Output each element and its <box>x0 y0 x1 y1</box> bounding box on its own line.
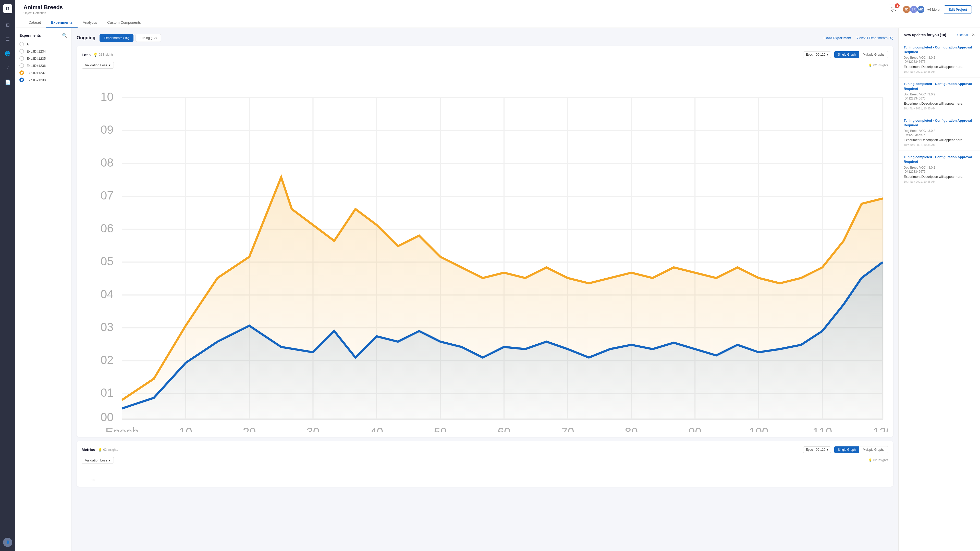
experiment-radio-1238[interactable] <box>19 78 24 82</box>
svg-text:60: 60 <box>497 426 511 432</box>
add-experiment-button[interactable]: + Add Experiment <box>823 36 851 40</box>
svg-text:30: 30 <box>307 426 320 432</box>
metrics-chart-title: Metrics <box>82 448 95 452</box>
metrics-multiple-graphs-btn[interactable]: Multiple Graphs <box>859 446 888 453</box>
more-avatars-label: +6 More <box>928 8 940 11</box>
notification-item-2: Tuning completed - Configuration Approva… <box>899 78 980 114</box>
multiple-graphs-btn[interactable]: Multiple Graphs <box>859 51 888 58</box>
nav-tabs: Dataset Experiments Analytics Custom Com… <box>24 18 972 27</box>
main-content: Animal Breeds Object Detection 💬 2 JD SR… <box>15 0 980 551</box>
notification-item-1: Tuning completed - Configuration Approva… <box>899 41 980 78</box>
experiments-sidebar-title: Experiments <box>19 33 41 38</box>
avatar-1: JD <box>902 5 911 14</box>
tab-custom-components[interactable]: Custom Components <box>102 18 146 27</box>
notif-id-2: ID#1223345675 <box>904 97 975 100</box>
svg-text:00: 00 <box>100 411 114 424</box>
avatar-3: MK <box>917 5 925 14</box>
notif-id-3: ID#1223345675 <box>904 133 975 137</box>
tuning-tab-btn[interactable]: Tuning (12) <box>135 34 161 42</box>
bulb-icon: 💡 <box>93 52 97 57</box>
metrics-sub-insights-badge[interactable]: 💡 02 Insights <box>868 458 888 462</box>
svg-text:03: 03 <box>100 321 114 333</box>
notification-item-4: Tuning completed - Configuration Approva… <box>899 151 980 187</box>
notifications-actions: Clear all ✕ <box>957 32 975 37</box>
notif-desc-4: Experiment Description will appear here. <box>904 175 975 179</box>
experiment-radio-1234[interactable] <box>19 49 24 54</box>
project-title: Animal Breeds <box>24 4 63 11</box>
edit-project-button[interactable]: Edit Project <box>944 5 972 14</box>
experiments-list: All Exp.ID#1234 Exp.ID#1235 Exp.ID# <box>19 42 67 82</box>
notif-title-3: Tuning completed - Configuration Approva… <box>904 118 975 127</box>
metrics-chart-panel: Metrics 💡 02 Insights Epoch 00-120 <box>76 441 893 487</box>
globe-icon[interactable]: 🌐 <box>3 49 12 58</box>
loss-epoch-selector[interactable]: Epoch 00-120 ▾ <box>803 51 831 58</box>
svg-text:04: 04 <box>100 288 114 301</box>
experiment-radio-1235[interactable] <box>19 56 24 61</box>
metrics-validation-dropdown[interactable]: Validation Loss ▾ <box>82 457 114 464</box>
experiment-label-1238: Exp.ID#1238 <box>27 78 46 82</box>
svg-text:07: 07 <box>100 189 114 202</box>
center-split: Experiments 🔍 All Exp.ID#1234 <box>15 28 898 551</box>
ongoing-section-header: Ongoing Experiments (10) Tuning (12) + A… <box>76 34 893 42</box>
experiment-label-1235: Exp.ID#1235 <box>27 57 46 60</box>
charts-area: Ongoing Experiments (10) Tuning (12) + A… <box>72 28 898 551</box>
tab-dataset[interactable]: Dataset <box>24 18 46 27</box>
experiments-tab-btn[interactable]: Experiments (10) <box>100 34 134 42</box>
tab-analytics[interactable]: Analytics <box>78 18 102 27</box>
sub-insights-badge[interactable]: 💡 02 Insights <box>868 64 888 67</box>
svg-text:120: 120 <box>873 426 888 432</box>
app-logo: G <box>3 4 12 13</box>
metrics-epoch-selector[interactable]: Epoch 00-120 ▾ <box>803 446 831 453</box>
clear-all-button[interactable]: Clear all <box>957 33 969 37</box>
notification-button[interactable]: 💬 2 <box>889 5 898 14</box>
metrics-graph-toggle: Single Graph Multiple Graphs <box>834 446 888 453</box>
list-icon[interactable]: ☰ <box>3 35 12 44</box>
metrics-sub-insights-label: 02 Insights <box>873 458 888 462</box>
search-icon[interactable]: 🔍 <box>62 33 67 38</box>
loss-graph-toggle: Single Graph Multiple Graphs <box>834 51 888 58</box>
list-item[interactable]: Exp.ID#1237 <box>19 70 67 75</box>
validation-loss-dropdown[interactable]: Validation Loss ▾ <box>82 62 114 68</box>
loss-insights-badge[interactable]: 💡 02 Insights <box>93 52 114 57</box>
loss-insights-label: 02 Insights <box>99 53 114 56</box>
tab-experiments[interactable]: Experiments <box>46 18 78 27</box>
body-layout: Experiments 🔍 All Exp.ID#1234 <box>15 28 980 551</box>
loss-chart-controls: Epoch 00-120 ▾ Single Graph Multiple Gra… <box>803 51 888 58</box>
notif-id-1: ID#1223345675 <box>904 60 975 64</box>
notif-subtitle-2: Dog Breed VOC I 3.0.2 <box>904 93 975 96</box>
experiments-sidebar: Experiments 🔍 All Exp.ID#1234 <box>15 28 72 551</box>
svg-text:08: 08 <box>100 156 114 169</box>
notification-item-3: Tuning completed - Configuration Approva… <box>899 114 980 151</box>
grid-icon[interactable]: ⊞ <box>3 21 12 30</box>
user-avatar[interactable]: 👤 <box>3 538 12 547</box>
svg-text:50: 50 <box>434 426 447 432</box>
experiment-radio-1236[interactable] <box>19 63 24 68</box>
epoch-label-m: Epoch <box>806 448 815 451</box>
ongoing-actions: + Add Experiment View All Experiments(30… <box>823 36 893 40</box>
list-item[interactable]: Exp.ID#1236 <box>19 63 67 68</box>
metrics-insights-badge[interactable]: 💡 02 Insights <box>98 448 118 452</box>
file-icon[interactable]: 📄 <box>3 78 12 87</box>
svg-text:40: 40 <box>370 426 383 432</box>
metrics-chart-controls: Epoch 00-120 ▾ Single Graph Multiple Gra… <box>803 446 888 453</box>
notif-subtitle-4: Dog Breed VOC I 3.0.2 <box>904 166 975 169</box>
svg-text:09: 09 <box>100 123 114 136</box>
metrics-single-graph-btn[interactable]: Single Graph <box>834 446 859 453</box>
svg-text:Epoch: Epoch <box>105 426 138 432</box>
notif-subtitle-3: Dog Breed VOC I 3.0.2 <box>904 129 975 133</box>
loss-chart-panel: Loss 💡 02 Insights Epoch 00-120 <box>76 46 893 437</box>
list-item[interactable]: Exp.ID#1235 <box>19 56 67 61</box>
checklist-icon[interactable]: ✓ <box>3 63 12 73</box>
bulb-icon-sub: 💡 <box>868 64 872 67</box>
view-all-experiments-button[interactable]: View All Experiments(30) <box>856 36 893 40</box>
list-item[interactable]: Exp.ID#1234 <box>19 49 67 54</box>
list-item[interactable]: All <box>19 42 67 46</box>
single-graph-btn[interactable]: Single Graph <box>834 51 859 58</box>
experiment-radio-1237[interactable] <box>19 70 24 75</box>
project-info: Animal Breeds Object Detection <box>24 4 63 15</box>
experiment-radio-all[interactable] <box>19 42 24 46</box>
close-notifications-button[interactable]: ✕ <box>972 32 975 37</box>
list-item[interactable]: Exp.ID#1238 <box>19 78 67 82</box>
svg-text:01: 01 <box>100 386 114 399</box>
bulb-icon-metrics-sub: 💡 <box>868 458 872 462</box>
